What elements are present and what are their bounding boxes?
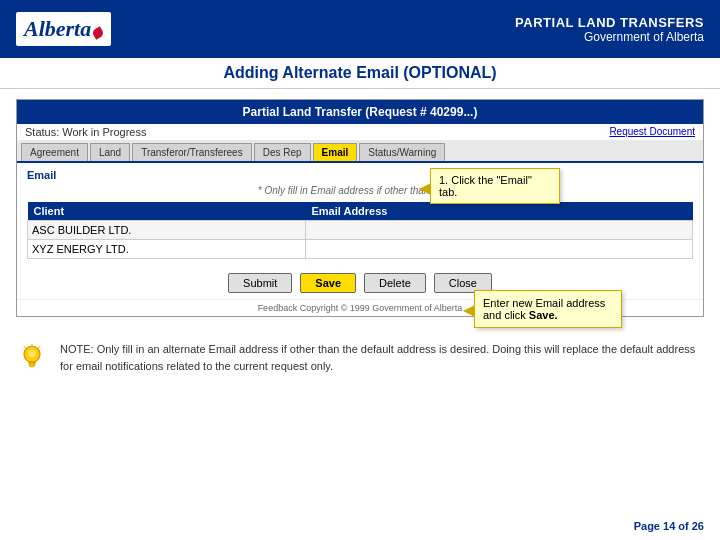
note-text: NOTE: Only fill in an alternate Email ad… (60, 341, 704, 374)
tab-des-rep[interactable]: Des Rep (254, 143, 311, 161)
svg-line-3 (24, 346, 26, 348)
table-row: ASC BUILDER LTD. (28, 221, 693, 240)
callout-save-text: Enter new Email address and click Save. (483, 297, 605, 321)
app-subtitle: Government of Alberta (515, 30, 704, 44)
form-title: Partial Land Transfer (Request # 40299 (243, 105, 464, 119)
tab-email[interactable]: Email (313, 143, 358, 161)
callout-email-tab-text: 1. Click the "Email" tab. (439, 174, 532, 198)
callout-email-tab: 1. Click the "Email" tab. (430, 168, 560, 204)
email-input[interactable] (310, 223, 688, 237)
header: Alberta PARTIAL LAND TRANSFERS Governmen… (0, 0, 720, 58)
status-value: Work in Progress (62, 126, 146, 138)
note-section: NOTE: Only fill in an alternate Email ad… (0, 331, 720, 385)
callout-save: Enter new Email address and click Save. (474, 290, 622, 328)
table-row: XYZ ENERGY LTD. (28, 240, 693, 259)
form-panel: Partial Land Transfer (Request # 40299..… (16, 99, 704, 317)
status-label: Status: Work in Progress (25, 126, 146, 138)
app-title: PARTIAL LAND TRANSFERS (515, 15, 704, 30)
email-section: Email * Only fill in Email address if ot… (17, 163, 703, 265)
client-cell: XYZ ENERGY LTD. (28, 240, 306, 259)
svg-line-4 (38, 346, 40, 348)
logo-leaf-icon (91, 26, 105, 40)
header-right: PARTIAL LAND TRANSFERS Government of Alb… (515, 15, 704, 44)
page-number: Page 14 of 26 (634, 520, 704, 532)
email-input[interactable] (310, 242, 688, 256)
email-note: * Only fill in Email address if other th… (27, 185, 693, 196)
form-header: Partial Land Transfer (Request # 40299..… (17, 100, 703, 124)
save-button[interactable]: Save (300, 273, 356, 293)
tab-agreement[interactable]: Agreement (21, 143, 88, 161)
request-doc-link[interactable]: Request Document (609, 126, 695, 138)
tabs-row: AgreementLandTransferor/TransfereesDes R… (17, 140, 703, 163)
tab-land[interactable]: Land (90, 143, 130, 161)
tab-status-warning[interactable]: Status/Warning (359, 143, 445, 161)
logo-text: Alberta (24, 16, 91, 41)
page-title: Adding Alternate Email (OPTIONAL) (0, 58, 720, 89)
lightbulb-icon (16, 343, 48, 375)
col-header-email-address: Email Address (305, 202, 692, 221)
delete-button[interactable]: Delete (364, 273, 426, 293)
email-cell (305, 221, 692, 240)
svg-point-5 (28, 349, 36, 357)
col-header-client: Client (28, 202, 306, 221)
email-table: ClientEmail AddressASC BUILDER LTD.XYZ E… (27, 202, 693, 259)
email-cell (305, 240, 692, 259)
tab-transferor-transferees[interactable]: Transferor/Transferees (132, 143, 252, 161)
form-title-ellipsis: ...) (463, 105, 477, 119)
email-section-title: Email (27, 169, 693, 181)
status-row: Status: Work in Progress Request Documen… (17, 124, 703, 140)
client-cell: ASC BUILDER LTD. (28, 221, 306, 240)
logo: Alberta (16, 12, 111, 46)
submit-button[interactable]: Submit (228, 273, 292, 293)
